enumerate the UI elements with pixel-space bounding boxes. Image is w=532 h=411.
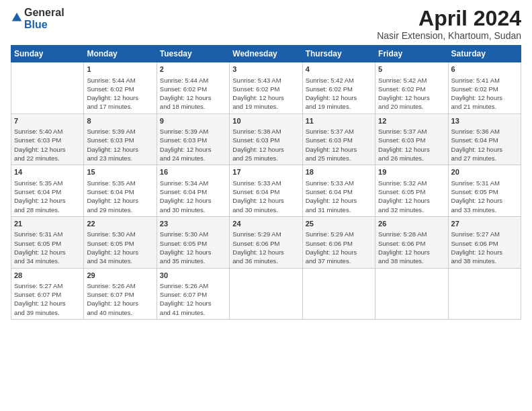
- calendar-cell: 8Sunrise: 5:39 AM Sunset: 6:03 PM Daylig…: [84, 113, 157, 165]
- day-number: 1: [87, 64, 153, 75]
- day-number: 17: [232, 167, 299, 177]
- day-info: Sunrise: 5:42 AM Sunset: 6:02 PM Dayligh…: [306, 76, 372, 111]
- day-info: Sunrise: 5:29 AM Sunset: 6:06 PM Dayligh…: [306, 230, 372, 265]
- calendar-cell: 25Sunrise: 5:29 AM Sunset: 6:06 PM Dayli…: [302, 216, 375, 268]
- calendar-cell: 17Sunrise: 5:33 AM Sunset: 6:04 PM Dayli…: [230, 165, 302, 217]
- calendar-cell: 11Sunrise: 5:37 AM Sunset: 6:03 PM Dayli…: [302, 113, 375, 165]
- day-info: Sunrise: 5:33 AM Sunset: 6:04 PM Dayligh…: [306, 179, 372, 214]
- calendar-cell: [375, 268, 448, 320]
- calendar-cell: 21Sunrise: 5:31 AM Sunset: 6:05 PM Dayli…: [11, 216, 84, 268]
- header-friday: Friday: [375, 46, 448, 62]
- calendar-cell: 7Sunrise: 5:40 AM Sunset: 6:03 PM Daylig…: [11, 113, 84, 165]
- day-info: Sunrise: 5:40 AM Sunset: 6:03 PM Dayligh…: [14, 127, 81, 163]
- day-info: Sunrise: 5:39 AM Sunset: 6:03 PM Dayligh…: [87, 127, 153, 163]
- day-number: 7: [14, 116, 81, 126]
- day-number: 9: [160, 116, 226, 126]
- day-info: Sunrise: 5:37 AM Sunset: 6:03 PM Dayligh…: [306, 127, 372, 163]
- calendar-cell: 22Sunrise: 5:30 AM Sunset: 6:05 PM Dayli…: [84, 216, 157, 268]
- calendar-week-row: 14Sunrise: 5:35 AM Sunset: 6:04 PM Dayli…: [11, 165, 521, 217]
- header: General Blue April 2024 Nasir Extension,…: [11, 7, 521, 41]
- day-number: 26: [378, 219, 445, 229]
- calendar-week-row: 1Sunrise: 5:44 AM Sunset: 6:02 PM Daylig…: [11, 62, 521, 114]
- day-number: 6: [451, 64, 518, 75]
- calendar-week-row: 28Sunrise: 5:27 AM Sunset: 6:07 PM Dayli…: [11, 268, 521, 320]
- calendar-cell: 10Sunrise: 5:38 AM Sunset: 6:03 PM Dayli…: [230, 113, 302, 165]
- calendar-cell: 15Sunrise: 5:35 AM Sunset: 6:04 PM Dayli…: [84, 165, 157, 217]
- day-number: 23: [160, 219, 226, 229]
- header-monday: Monday: [84, 46, 157, 62]
- calendar-cell: 12Sunrise: 5:37 AM Sunset: 6:03 PM Dayli…: [375, 113, 448, 165]
- header-thursday: Thursday: [302, 46, 375, 62]
- calendar-cell: 24Sunrise: 5:29 AM Sunset: 6:06 PM Dayli…: [230, 216, 302, 268]
- day-number: 15: [87, 167, 153, 177]
- title-block: April 2024 Nasir Extension, Khartoum, Su…: [377, 7, 521, 41]
- calendar-cell: 2Sunrise: 5:44 AM Sunset: 6:02 PM Daylig…: [157, 62, 229, 114]
- day-info: Sunrise: 5:36 AM Sunset: 6:04 PM Dayligh…: [451, 127, 518, 163]
- calendar-cell: 20Sunrise: 5:31 AM Sunset: 6:05 PM Dayli…: [448, 165, 521, 217]
- header-wednesday: Wednesday: [230, 46, 302, 62]
- day-number: 4: [306, 64, 372, 75]
- calendar-cell: [11, 62, 84, 114]
- day-info: Sunrise: 5:32 AM Sunset: 6:05 PM Dayligh…: [378, 179, 445, 214]
- day-number: 16: [160, 167, 226, 177]
- day-number: 30: [160, 271, 226, 281]
- logo-blue-text: Blue: [24, 19, 48, 30]
- calendar-table: Sunday Monday Tuesday Wednesday Thursday…: [11, 45, 521, 320]
- day-number: 12: [378, 116, 445, 126]
- page: { "header": { "logo_general": "General",…: [0, 0, 532, 411]
- calendar-cell: 26Sunrise: 5:28 AM Sunset: 6:06 PM Dayli…: [375, 216, 448, 268]
- calendar-cell: 5Sunrise: 5:42 AM Sunset: 6:02 PM Daylig…: [375, 62, 448, 114]
- day-number: 28: [14, 271, 81, 281]
- calendar-cell: 23Sunrise: 5:30 AM Sunset: 6:05 PM Dayli…: [157, 216, 229, 268]
- calendar-cell: 6Sunrise: 5:41 AM Sunset: 6:02 PM Daylig…: [448, 62, 521, 114]
- calendar-cell: 4Sunrise: 5:42 AM Sunset: 6:02 PM Daylig…: [302, 62, 375, 114]
- day-info: Sunrise: 5:35 AM Sunset: 6:04 PM Dayligh…: [87, 179, 153, 214]
- calendar-cell: 14Sunrise: 5:35 AM Sunset: 6:04 PM Dayli…: [11, 165, 84, 217]
- svg-marker-0: [12, 13, 21, 21]
- calendar-cell: [448, 268, 521, 320]
- day-number: 24: [232, 219, 299, 229]
- day-number: 21: [14, 219, 81, 229]
- day-number: 22: [87, 219, 153, 229]
- calendar-cell: [302, 268, 375, 320]
- calendar-cell: 13Sunrise: 5:36 AM Sunset: 6:04 PM Dayli…: [448, 113, 521, 165]
- day-number: 8: [87, 116, 153, 126]
- calendar-week-row: 21Sunrise: 5:31 AM Sunset: 6:05 PM Dayli…: [11, 216, 521, 268]
- day-info: Sunrise: 5:33 AM Sunset: 6:04 PM Dayligh…: [232, 179, 299, 214]
- logo-icon: [11, 11, 23, 24]
- day-number: 13: [451, 116, 518, 126]
- calendar-week-row: 7Sunrise: 5:40 AM Sunset: 6:03 PM Daylig…: [11, 113, 521, 165]
- day-number: 2: [160, 64, 226, 75]
- calendar-cell: 9Sunrise: 5:39 AM Sunset: 6:03 PM Daylig…: [157, 113, 229, 165]
- day-info: Sunrise: 5:26 AM Sunset: 6:07 PM Dayligh…: [87, 281, 153, 317]
- subtitle: Nasir Extension, Khartoum, Sudan: [377, 30, 521, 41]
- header-saturday: Saturday: [448, 46, 521, 62]
- calendar-cell: 19Sunrise: 5:32 AM Sunset: 6:05 PM Dayli…: [375, 165, 448, 217]
- day-number: 27: [451, 219, 518, 229]
- day-number: 29: [87, 271, 153, 281]
- day-number: 10: [232, 116, 299, 126]
- logo: General Blue: [11, 7, 64, 31]
- day-number: 20: [451, 167, 518, 177]
- day-info: Sunrise: 5:41 AM Sunset: 6:02 PM Dayligh…: [451, 76, 518, 111]
- calendar-cell: 27Sunrise: 5:27 AM Sunset: 6:06 PM Dayli…: [448, 216, 521, 268]
- main-title: April 2024: [377, 7, 521, 30]
- day-number: 5: [378, 64, 445, 75]
- day-info: Sunrise: 5:26 AM Sunset: 6:07 PM Dayligh…: [160, 281, 226, 317]
- header-row: Sunday Monday Tuesday Wednesday Thursday…: [11, 46, 521, 62]
- day-info: Sunrise: 5:35 AM Sunset: 6:04 PM Dayligh…: [14, 179, 81, 214]
- calendar-cell: 29Sunrise: 5:26 AM Sunset: 6:07 PM Dayli…: [84, 268, 157, 320]
- calendar-cell: 3Sunrise: 5:43 AM Sunset: 6:02 PM Daylig…: [230, 62, 302, 114]
- calendar-body: 1Sunrise: 5:44 AM Sunset: 6:02 PM Daylig…: [11, 62, 521, 320]
- day-info: Sunrise: 5:31 AM Sunset: 6:05 PM Dayligh…: [14, 230, 81, 265]
- day-number: 14: [14, 167, 81, 177]
- calendar-cell: 28Sunrise: 5:27 AM Sunset: 6:07 PM Dayli…: [11, 268, 84, 320]
- day-info: Sunrise: 5:44 AM Sunset: 6:02 PM Dayligh…: [87, 76, 153, 111]
- day-info: Sunrise: 5:29 AM Sunset: 6:06 PM Dayligh…: [232, 230, 299, 265]
- day-info: Sunrise: 5:31 AM Sunset: 6:05 PM Dayligh…: [451, 179, 518, 214]
- day-number: 3: [232, 64, 299, 75]
- day-info: Sunrise: 5:37 AM Sunset: 6:03 PM Dayligh…: [378, 127, 445, 163]
- day-info: Sunrise: 5:44 AM Sunset: 6:02 PM Dayligh…: [160, 76, 226, 111]
- day-number: 18: [306, 167, 372, 177]
- day-number: 19: [378, 167, 445, 177]
